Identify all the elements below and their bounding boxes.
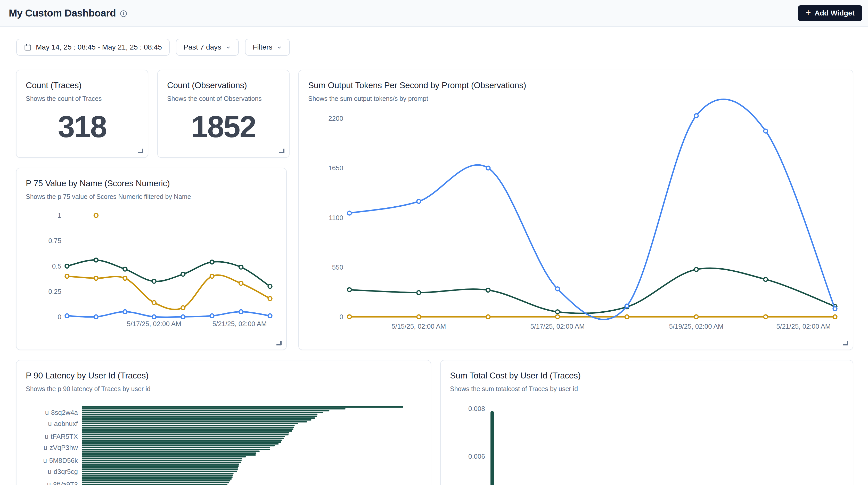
data-point[interactable] bbox=[486, 315, 490, 319]
data-point[interactable] bbox=[239, 310, 243, 314]
latency-bar[interactable] bbox=[82, 471, 237, 472]
data-point[interactable] bbox=[94, 276, 98, 280]
latency-bar[interactable] bbox=[82, 467, 238, 468]
resize-handle-icon[interactable] bbox=[276, 341, 282, 345]
latency-bar[interactable] bbox=[82, 421, 307, 422]
resize-handle-icon[interactable] bbox=[138, 149, 143, 153]
data-point[interactable] bbox=[210, 260, 214, 264]
data-point[interactable] bbox=[181, 315, 185, 319]
data-point[interactable] bbox=[694, 315, 698, 319]
latency-bar[interactable] bbox=[82, 430, 292, 432]
latency-bar[interactable] bbox=[82, 434, 288, 435]
data-point[interactable] bbox=[348, 315, 351, 319]
latency-bar[interactable] bbox=[82, 414, 317, 415]
data-point[interactable] bbox=[94, 214, 98, 217]
data-point[interactable] bbox=[833, 307, 837, 311]
latency-bar[interactable] bbox=[82, 410, 329, 411]
latency-bar[interactable] bbox=[82, 463, 239, 465]
latency-bar[interactable] bbox=[82, 477, 232, 478]
data-point[interactable] bbox=[764, 277, 768, 281]
latency-bar[interactable] bbox=[82, 460, 242, 461]
latency-bar[interactable] bbox=[82, 475, 233, 476]
data-point[interactable] bbox=[764, 315, 768, 319]
data-point[interactable] bbox=[210, 314, 214, 318]
add-widget-button[interactable]: + Add Widget bbox=[798, 5, 862, 21]
p90-bar-chart[interactable]: u-8sq2w4au-aobnuxfu-tFAR5TXu-zVqP3hwu-5M… bbox=[17, 360, 431, 485]
latency-bar[interactable] bbox=[82, 456, 246, 457]
latency-bar[interactable] bbox=[82, 417, 315, 419]
data-point[interactable] bbox=[694, 268, 698, 271]
data-point[interactable] bbox=[123, 310, 127, 314]
latency-bar[interactable] bbox=[82, 453, 256, 454]
data-point[interactable] bbox=[348, 211, 351, 215]
data-point[interactable] bbox=[486, 166, 490, 170]
cost-bar-chart[interactable]: 0.0080.006 bbox=[441, 360, 853, 485]
data-point[interactable] bbox=[625, 304, 629, 308]
latency-bar[interactable] bbox=[82, 482, 229, 483]
data-point[interactable] bbox=[152, 279, 156, 283]
latency-bar[interactable] bbox=[82, 432, 289, 433]
cost-bar[interactable] bbox=[491, 411, 494, 485]
data-point[interactable] bbox=[486, 288, 490, 292]
latency-bar[interactable] bbox=[82, 451, 260, 452]
data-point[interactable] bbox=[210, 274, 214, 278]
filters-select[interactable]: Filters bbox=[245, 39, 290, 56]
latency-bar[interactable] bbox=[82, 412, 323, 413]
data-point[interactable] bbox=[268, 314, 272, 318]
latency-bar[interactable] bbox=[82, 454, 256, 456]
resize-handle-icon[interactable] bbox=[279, 149, 284, 153]
data-point[interactable] bbox=[348, 288, 351, 292]
data-point[interactable] bbox=[94, 258, 98, 262]
data-point[interactable] bbox=[65, 274, 69, 278]
data-point[interactable] bbox=[417, 200, 421, 203]
data-point[interactable] bbox=[268, 297, 272, 301]
data-point[interactable] bbox=[417, 291, 421, 295]
data-point[interactable] bbox=[152, 301, 156, 304]
latency-bar[interactable] bbox=[82, 419, 311, 421]
data-point[interactable] bbox=[152, 315, 156, 319]
latency-bar[interactable] bbox=[82, 439, 282, 441]
latency-bar[interactable] bbox=[82, 469, 238, 470]
data-point[interactable] bbox=[764, 129, 768, 133]
latency-bar[interactable] bbox=[82, 478, 231, 480]
latency-bar[interactable] bbox=[82, 406, 403, 407]
data-point[interactable] bbox=[694, 114, 698, 118]
data-point[interactable] bbox=[123, 276, 127, 280]
date-preset-select[interactable]: Past 7 days bbox=[176, 39, 239, 56]
latency-bar[interactable] bbox=[82, 428, 293, 430]
latency-bar[interactable] bbox=[82, 447, 270, 448]
data-point[interactable] bbox=[181, 306, 185, 310]
data-point[interactable] bbox=[833, 315, 837, 319]
latency-bar[interactable] bbox=[82, 445, 275, 446]
data-point[interactable] bbox=[65, 264, 69, 268]
latency-bar[interactable] bbox=[82, 425, 295, 426]
data-point[interactable] bbox=[556, 315, 560, 319]
latency-bar[interactable] bbox=[82, 442, 281, 443]
latency-bar[interactable] bbox=[82, 436, 285, 437]
latency-bar[interactable] bbox=[82, 408, 346, 410]
data-point[interactable] bbox=[94, 315, 98, 319]
data-point[interactable] bbox=[268, 284, 272, 289]
latency-bar[interactable] bbox=[82, 427, 294, 428]
data-point[interactable] bbox=[239, 265, 243, 269]
latency-bar[interactable] bbox=[82, 438, 284, 439]
info-icon[interactable] bbox=[120, 10, 127, 17]
data-point[interactable] bbox=[417, 315, 421, 319]
data-point[interactable] bbox=[556, 310, 560, 314]
tokens-line-chart[interactable]: 05501100165022005/15/25, 02:00 AM5/17/25… bbox=[299, 70, 853, 350]
latency-bar[interactable] bbox=[82, 480, 230, 481]
latency-bar[interactable] bbox=[82, 423, 298, 424]
date-range-picker[interactable]: May 14, 25 : 08:45 - May 21, 25 : 08:45 bbox=[16, 39, 170, 56]
latency-bar[interactable] bbox=[82, 458, 242, 459]
p75-line-chart[interactable]: 00.250.50.7515/17/25, 02:00 AM5/21/25, 0… bbox=[17, 168, 287, 350]
latency-bar[interactable] bbox=[82, 449, 270, 450]
latency-bar[interactable] bbox=[82, 443, 279, 445]
data-point[interactable] bbox=[625, 315, 629, 319]
latency-bar[interactable] bbox=[82, 465, 239, 467]
resize-handle-icon[interactable] bbox=[843, 341, 848, 345]
latency-bar[interactable] bbox=[82, 416, 317, 417]
latency-bar[interactable] bbox=[82, 484, 227, 485]
data-point[interactable] bbox=[123, 267, 127, 271]
data-point[interactable] bbox=[181, 272, 185, 276]
data-point[interactable] bbox=[65, 314, 69, 318]
